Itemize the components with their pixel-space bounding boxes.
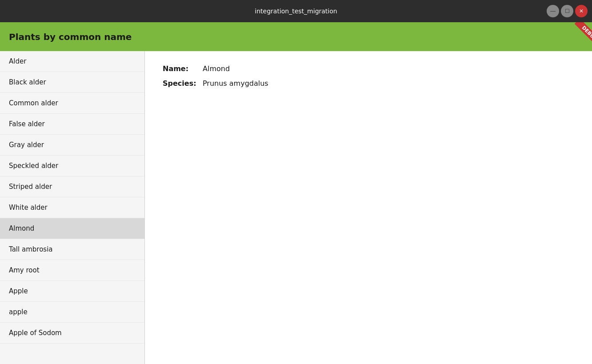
debug-label: DEBUG — [575, 22, 592, 48]
sidebar-item[interactable]: False alder — [0, 114, 144, 135]
sidebar-item[interactable]: Apple — [0, 281, 144, 302]
name-label: Name: — [163, 64, 198, 73]
sidebar-item[interactable]: Common alder — [0, 93, 144, 114]
sidebar-item[interactable]: Alder — [0, 51, 144, 72]
species-row: Species: Prunus amygdalus — [163, 79, 574, 88]
sidebar-item[interactable]: White alder — [0, 197, 144, 218]
sidebar-item[interactable]: Almond — [0, 218, 144, 239]
close-button[interactable]: ✕ — [575, 5, 588, 17]
species-label: Species: — [163, 79, 198, 88]
header-title: Plants by common name — [9, 32, 132, 42]
sidebar-item[interactable]: Apple of Sodom — [0, 323, 144, 344]
name-row: Name: Almond — [163, 64, 574, 73]
debug-ribbon: DEBUG — [565, 22, 592, 51]
minimize-button[interactable]: — — [547, 5, 559, 17]
detail-panel: Name: Almond Species: Prunus amygdalus — [145, 51, 592, 364]
sidebar-item[interactable]: Tall ambrosia — [0, 239, 144, 260]
name-value: Almond — [203, 64, 230, 73]
sidebar-item[interactable]: Striped alder — [0, 176, 144, 197]
titlebar-title: integration_test_migration — [255, 8, 337, 15]
sidebar-item[interactable]: Gray alder — [0, 135, 144, 156]
titlebar-controls: — ☐ ✕ — [547, 5, 588, 17]
titlebar: integration_test_migration — ☐ ✕ — [0, 0, 592, 22]
sidebar: AlderBlack alderCommon alderFalse alderG… — [0, 51, 145, 364]
maximize-button[interactable]: ☐ — [561, 5, 573, 17]
sidebar-item[interactable]: Amy root — [0, 260, 144, 281]
main-content: AlderBlack alderCommon alderFalse alderG… — [0, 51, 592, 364]
header-bar: Plants by common name DEBUG — [0, 22, 592, 51]
species-value: Prunus amygdalus — [203, 79, 268, 88]
sidebar-item[interactable]: Speckled alder — [0, 156, 144, 176]
sidebar-item[interactable]: apple — [0, 302, 144, 323]
sidebar-item[interactable]: Black alder — [0, 72, 144, 93]
